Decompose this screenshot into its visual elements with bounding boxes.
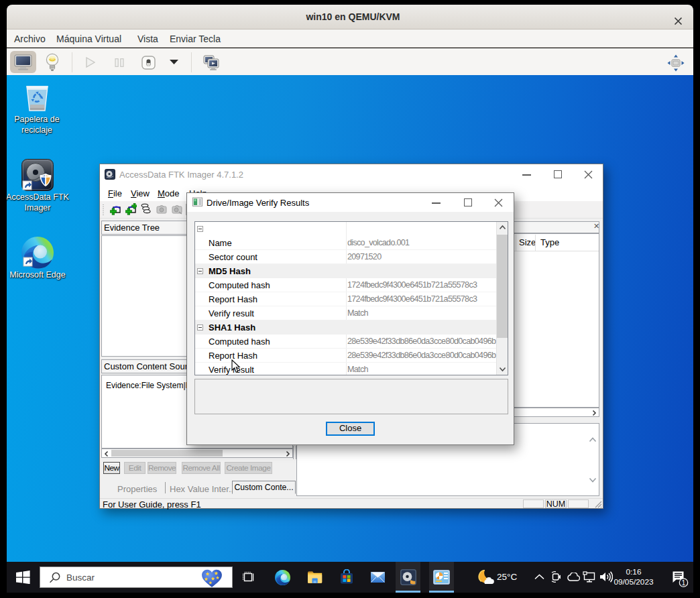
svg-text:1: 1 bbox=[682, 579, 686, 587]
